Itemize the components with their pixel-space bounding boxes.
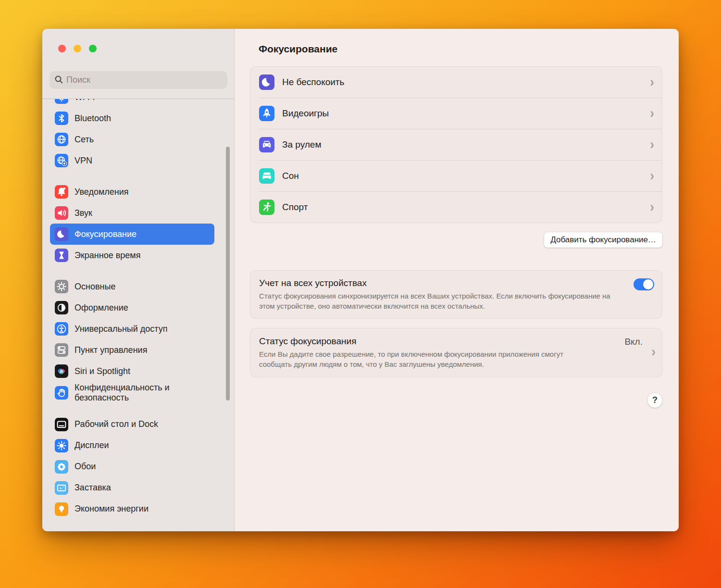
appearance-contrast-icon [55, 301, 68, 314]
wallpaper-flower-icon [55, 460, 68, 474]
chevron-right-icon: › [651, 344, 656, 360]
speaker-icon [55, 206, 68, 220]
sidebar-item-label: Пункт управления [75, 345, 147, 355]
sidebar-item-label: VPN [75, 156, 92, 166]
share-across-devices-description: Статус фокусирования синхронизируется на… [259, 291, 625, 311]
gear-icon [55, 280, 68, 293]
car-icon [259, 137, 274, 152]
sidebar-item-privacy-security[interactable]: Конфиденциальность и безопасность [50, 382, 214, 404]
wifi-icon [55, 99, 68, 104]
runner-icon [259, 200, 274, 215]
sidebar-item-label: Заставка [75, 483, 111, 493]
sidebar-item-screensaver[interactable]: Заставка [50, 477, 214, 499]
sidebar-scrollbar[interactable] [226, 147, 230, 400]
sidebar-item-label: Bluetooth [75, 113, 111, 124]
sidebar-item-network[interactable]: Сеть [50, 129, 214, 150]
zoom-window-button[interactable] [89, 45, 97, 52]
chevron-right-icon: › [650, 168, 654, 184]
sidebar-item-siri-spotlight[interactable]: Siri и Spotlight [50, 361, 214, 382]
sidebar-list: Wi-Fi Bluetooth [42, 99, 234, 531]
sidebar-item-label: Экономия энергии [75, 504, 149, 514]
sidebar-item-label: Рабочий стол и Dock [75, 419, 158, 429]
traffic-lights [58, 45, 97, 52]
sidebar-item-wifi[interactable]: Wi-Fi [50, 99, 214, 108]
network-globe-icon [55, 133, 68, 146]
sidebar-item-label: Уведомления [75, 187, 129, 197]
add-focus-button[interactable]: Добавить фокусирование… [544, 232, 662, 248]
page-title: Фокусирование [259, 43, 662, 55]
desktop-background: Wi-Fi Bluetooth [0, 0, 721, 588]
share-across-devices-toggle[interactable] [634, 278, 654, 290]
focus-row-fitness[interactable]: Спорт › [250, 192, 662, 223]
sidebar-item-desktop-dock[interactable]: Рабочий стол и Dock [50, 414, 214, 435]
sidebar-item-sound[interactable]: Звук [50, 202, 214, 224]
search-icon [54, 75, 63, 86]
sidebar-group-system: Основные Оформление [50, 276, 214, 404]
search-input[interactable] [66, 75, 223, 85]
toggle-knob [643, 279, 653, 289]
sidebar-group-appearance: Рабочий стол и Dock [50, 414, 214, 520]
sidebar-item-accessibility[interactable]: Универсальный доступ [50, 318, 214, 339]
hourglass-icon [55, 249, 68, 262]
sidebar-item-label: Wi-Fi [75, 99, 95, 102]
energy-bulb-icon [55, 502, 68, 516]
siri-icon [55, 364, 68, 378]
focus-row-driving[interactable]: За рулем › [250, 129, 662, 160]
bell-icon [55, 185, 68, 199]
minimize-window-button[interactable] [74, 45, 81, 52]
focus-row-label: За рулем [282, 139, 642, 150]
focus-row-dnd[interactable]: Не беспокоить › [250, 67, 662, 98]
privacy-hand-icon [55, 386, 68, 400]
rocket-icon [259, 106, 274, 121]
sidebar-item-appearance[interactable]: Оформление [50, 297, 214, 318]
help-row: ? [250, 393, 662, 408]
chevron-right-icon: › [650, 137, 654, 152]
sidebar-item-label: Конфиденциальность и безопасность [75, 383, 210, 403]
sidebar-item-notifications[interactable]: Уведомления [50, 181, 214, 202]
focus-status-title: Статус фокусирования [259, 336, 640, 347]
close-window-button[interactable] [58, 45, 66, 52]
accessibility-icon [55, 322, 68, 336]
sidebar-item-focus[interactable]: Фокусирование [50, 224, 214, 245]
sidebar-item-screen-time[interactable]: Экранное время [50, 245, 214, 266]
search-field[interactable] [50, 71, 227, 89]
sidebar-item-control-center[interactable]: Пункт управления [50, 339, 214, 361]
vpn-globe-icon [55, 154, 68, 167]
sidebar-item-label: Звук [75, 208, 92, 218]
focus-row-label: Сон [282, 171, 642, 181]
sidebar-item-label: Siri и Spotlight [75, 366, 130, 376]
sidebar-item-general[interactable]: Основные [50, 276, 214, 297]
sidebar-item-displays[interactable]: Дисплеи [50, 435, 214, 456]
sidebar-item-vpn[interactable]: VPN [50, 150, 214, 171]
desktop-dock-icon [55, 418, 68, 431]
sidebar-item-label: Универсальный доступ [75, 324, 168, 334]
help-button[interactable]: ? [647, 393, 662, 408]
focus-row-sleep[interactable]: Сон › [250, 161, 662, 191]
focus-row-label: Спорт [282, 202, 642, 213]
system-settings-window: Wi-Fi Bluetooth [42, 29, 679, 531]
display-sun-icon [55, 439, 68, 452]
focus-status-card[interactable]: Статус фокусирования Если Вы дадите свое… [250, 328, 662, 377]
sidebar-group-network: Wi-Fi Bluetooth [50, 99, 214, 171]
bluetooth-icon [55, 112, 68, 125]
sidebar-item-wallpaper[interactable]: Обои [50, 456, 214, 477]
sidebar-item-bluetooth[interactable]: Bluetooth [50, 108, 214, 129]
focus-row-label: Видеоигры [282, 108, 642, 119]
focus-row-gaming[interactable]: Видеоигры › [250, 98, 662, 129]
main-panel: Фокусирование Не беспокоить › [235, 29, 679, 531]
control-center-toggles-icon [55, 343, 68, 357]
focus-row-label: Не беспокоить [282, 77, 642, 88]
sidebar-group-focus: Уведомления Звук [50, 181, 214, 266]
dnd-moon-icon [259, 75, 274, 90]
bed-icon [259, 168, 274, 184]
sidebar-item-energy-saver[interactable]: Экономия энергии [50, 499, 214, 520]
sidebar-item-label: Экранное время [75, 250, 140, 261]
chevron-right-icon: › [650, 74, 654, 90]
sidebar-item-label: Основные [75, 282, 115, 292]
sidebar-item-label: Фокусирование [75, 229, 137, 239]
sidebar-item-label: Оформление [75, 303, 128, 313]
share-across-devices-title: Учет на всех устройствах [259, 278, 654, 288]
add-focus-row: Добавить фокусирование… [250, 232, 662, 248]
share-across-devices-card: Учет на всех устройствах Статус фокусиро… [250, 270, 662, 319]
focus-status-description: Если Вы дадите свое разрешение, то при в… [259, 349, 567, 369]
